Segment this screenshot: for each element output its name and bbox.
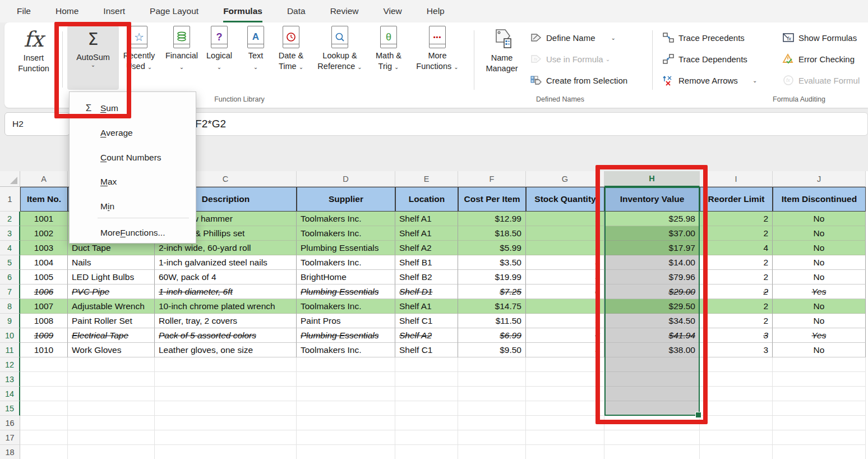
cell-C8[interactable]: 10-inch chrome plated wrench — [155, 299, 297, 314]
cell-G18[interactable] — [526, 445, 604, 459]
cell-A2[interactable]: 1001 — [20, 212, 68, 226]
column-header-I[interactable]: I — [700, 171, 773, 187]
cell-G11[interactable]: 4 — [526, 343, 604, 357]
cell-H14[interactable] — [604, 387, 700, 401]
cell-B5[interactable]: Nails — [68, 255, 155, 270]
cell-E2[interactable]: Shelf A1 — [395, 212, 458, 226]
cell-D12[interactable] — [297, 357, 395, 372]
cell-G8[interactable]: 2 — [526, 299, 604, 314]
cell-E13[interactable] — [395, 372, 458, 387]
cell-I15[interactable] — [700, 401, 773, 416]
cell-D18[interactable] — [297, 445, 395, 459]
column-header-F[interactable]: F — [458, 171, 526, 187]
cell-I14[interactable] — [700, 387, 773, 401]
cell-I6[interactable]: 2 — [700, 270, 773, 284]
tab-formulas[interactable]: Formulas — [223, 0, 262, 22]
cell-D5[interactable]: Toolmakers Inc. — [297, 255, 395, 270]
cell-G7[interactable]: 4 — [526, 284, 604, 299]
cell-D7[interactable]: Plumbing Essentials — [297, 284, 395, 299]
cell-F18[interactable] — [458, 445, 526, 459]
cell-D8[interactable]: Toolmakers Inc. — [297, 299, 395, 314]
cell-G9[interactable]: 3 — [526, 314, 604, 328]
cell-E6[interactable]: Shelf B2 — [395, 270, 458, 284]
cell-E17[interactable] — [395, 430, 458, 445]
cell-F10[interactable]: $6.99 — [458, 328, 526, 343]
cell-H10[interactable]: $41.94 — [604, 328, 700, 343]
column-header-J[interactable]: J — [773, 171, 866, 187]
cell-I16[interactable] — [700, 416, 773, 430]
cell-I12[interactable] — [700, 357, 773, 372]
cell-G5[interactable]: 4 — [526, 255, 604, 270]
row-header-17[interactable]: 17 — [0, 430, 20, 445]
cell-F14[interactable] — [458, 387, 526, 401]
cell-H9[interactable]: $34.50 — [604, 314, 700, 328]
row-header-3[interactable]: 3 — [0, 226, 20, 241]
cell-I7[interactable]: 2 — [700, 284, 773, 299]
cell-E12[interactable] — [395, 357, 458, 372]
cell-C13[interactable] — [155, 372, 297, 387]
cell-A14[interactable] — [20, 387, 68, 401]
row-header-2[interactable]: 2 — [0, 212, 20, 226]
cell-A4[interactable]: 1003 — [20, 241, 68, 255]
define-name-button[interactable]: Define Name ⌄ — [529, 30, 616, 45]
cell-D6[interactable]: BrightHome — [297, 270, 395, 284]
cell-I9[interactable]: 2 — [700, 314, 773, 328]
cell-G4[interactable]: 3 — [526, 241, 604, 255]
cell-F8[interactable]: $14.75 — [458, 299, 526, 314]
cell-D10[interactable]: Plumbing Essentials — [297, 328, 395, 343]
cell-J16[interactable] — [773, 416, 866, 430]
cell-B17[interactable] — [68, 430, 155, 445]
name-box[interactable]: H2 — [4, 112, 70, 136]
cell-C6[interactable]: 60W, pack of 4 — [155, 270, 297, 284]
cell-D4[interactable]: Plumbing Essentials — [297, 241, 395, 255]
cell-E1[interactable]: Location — [395, 187, 458, 212]
column-header-H[interactable]: H — [604, 171, 700, 187]
cell-A13[interactable] — [20, 372, 68, 387]
cell-J7[interactable]: Yes — [773, 284, 866, 299]
cell-B10[interactable]: Electrical Tape — [68, 328, 155, 343]
cell-H13[interactable] — [604, 372, 700, 387]
cell-E16[interactable] — [395, 416, 458, 430]
row-header-15[interactable]: 15 — [0, 401, 20, 416]
cell-D16[interactable] — [297, 416, 395, 430]
cell-B7[interactable]: PVC Pipe — [68, 284, 155, 299]
cell-F13[interactable] — [458, 372, 526, 387]
cell-H3[interactable]: $37.00 — [604, 226, 700, 241]
cell-A8[interactable]: 1007 — [20, 299, 68, 314]
cell-C18[interactable] — [155, 445, 297, 459]
financial-button[interactable]: Financial ⌄ — [163, 26, 201, 93]
menu-item-sum[interactable]: Σ Sum — [70, 99, 196, 118]
recently-used-button[interactable]: ☆ Recently Used⌄ — [121, 26, 157, 93]
cell-B9[interactable]: Paint Roller Set — [68, 314, 155, 328]
tab-help[interactable]: Help — [427, 0, 445, 22]
cell-G14[interactable] — [526, 387, 604, 401]
cell-G10[interactable]: 6 — [526, 328, 604, 343]
cell-J1[interactable]: Item Discontinued — [773, 187, 866, 212]
cell-A3[interactable]: 1002 — [20, 226, 68, 241]
cell-H4[interactable]: $17.97 — [604, 241, 700, 255]
cell-J17[interactable] — [773, 430, 866, 445]
cell-I3[interactable]: 2 — [700, 226, 773, 241]
cell-E5[interactable]: Shelf B1 — [395, 255, 458, 270]
cell-A18[interactable] — [20, 445, 68, 459]
row-header-4[interactable]: 4 — [0, 241, 20, 255]
cell-H1[interactable]: Inventory Value — [604, 187, 700, 212]
cell-F3[interactable]: $18.50 — [458, 226, 526, 241]
cell-D2[interactable]: Toolmakers Inc. — [297, 212, 395, 226]
tab-page-layout[interactable]: Page Layout — [150, 0, 198, 22]
cell-I17[interactable] — [700, 430, 773, 445]
cell-G17[interactable] — [526, 430, 604, 445]
cell-A11[interactable]: 1010 — [20, 343, 68, 357]
cell-J3[interactable]: No — [773, 226, 866, 241]
cell-E9[interactable]: Shelf C1 — [395, 314, 458, 328]
row-header-16[interactable]: 16 — [0, 416, 20, 430]
cell-F7[interactable]: $7.25 — [458, 284, 526, 299]
use-in-formula-button[interactable]: fx Use in Formula ⌄ — [529, 52, 610, 66]
cell-G3[interactable]: 2 — [526, 226, 604, 241]
cell-E8[interactable]: Shelf A1 — [395, 299, 458, 314]
cell-I2[interactable]: 2 — [700, 212, 773, 226]
error-checking-button[interactable]: Error Checking — [782, 52, 855, 66]
cell-H18[interactable] — [604, 445, 700, 459]
cell-F12[interactable] — [458, 357, 526, 372]
row-header-7[interactable]: 7 — [0, 284, 20, 299]
